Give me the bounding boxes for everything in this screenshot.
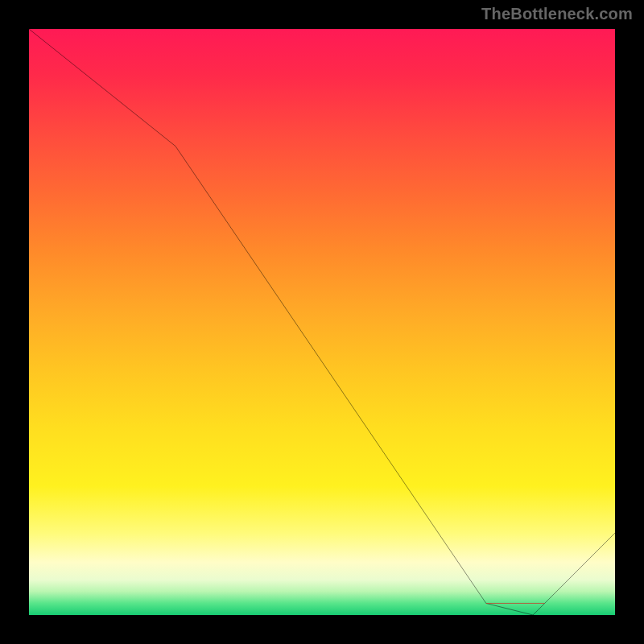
curve-path (29, 29, 615, 615)
plot-frame (26, 26, 618, 618)
chart-stage: TheBottleneck.com (0, 0, 644, 644)
attribution-text: TheBottleneck.com (481, 5, 633, 23)
bottleneck-curve (29, 29, 615, 615)
